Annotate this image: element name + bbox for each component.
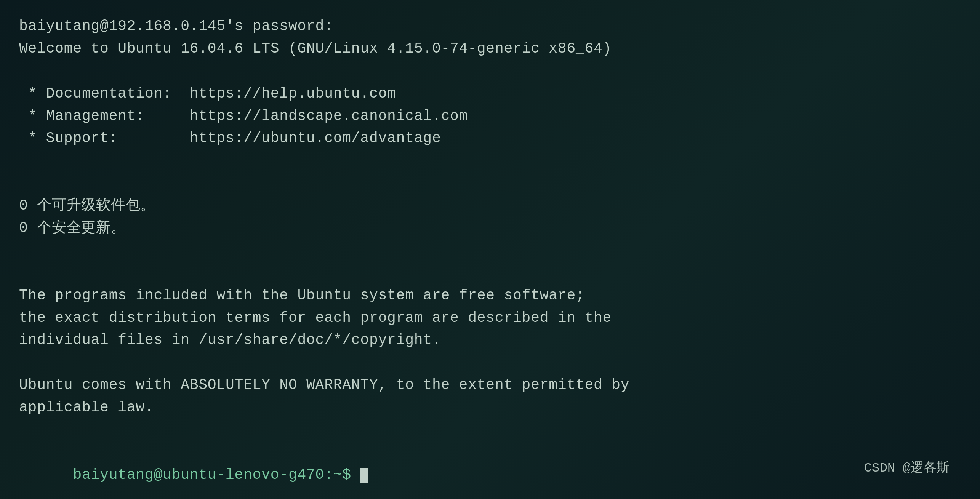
empty-line-3	[19, 172, 961, 195]
free-software-line-2: the exact distribution terms for each pr…	[19, 307, 961, 329]
terminal-output: baiyutang@192.168.0.145's password: Welc…	[19, 15, 961, 499]
documentation-line: * Documentation: https://help.ubuntu.com	[19, 83, 961, 105]
terminal-window: baiyutang@192.168.0.145's password: Welc…	[0, 0, 980, 499]
warranty-line-1: Ubuntu comes with ABSOLUTELY NO WARRANTY…	[19, 374, 961, 397]
management-line: * Management: https://landscape.canonica…	[19, 105, 961, 128]
command-prompt-line[interactable]: baiyutang@ubuntu-lenovo-g470:~$	[19, 441, 961, 499]
password-prompt-line: baiyutang@192.168.0.145's password:	[19, 15, 961, 38]
upgrades-line: 0 个可升级软件包。	[19, 195, 961, 217]
empty-line-6	[19, 352, 961, 374]
prompt-text: baiyutang@ubuntu-lenovo-g470:~$	[73, 467, 351, 483]
empty-line-1	[19, 60, 961, 83]
security-updates-line: 0 个安全更新。	[19, 217, 961, 240]
support-line: * Support: https://ubuntu.com/advantage	[19, 127, 961, 150]
empty-line-4	[19, 240, 961, 262]
terminal-cursor	[360, 468, 368, 483]
empty-line-2	[19, 150, 961, 172]
free-software-line-3: individual files in /usr/share/doc/*/cop…	[19, 329, 961, 352]
empty-line-7	[19, 419, 961, 441]
warranty-line-2: applicable law.	[19, 397, 961, 419]
watermark-text: CSDN @逻各斯	[864, 459, 950, 476]
empty-line-5	[19, 262, 961, 285]
welcome-line: Welcome to Ubuntu 16.04.6 LTS (GNU/Linux…	[19, 38, 961, 60]
free-software-line-1: The programs included with the Ubuntu sy…	[19, 285, 961, 307]
